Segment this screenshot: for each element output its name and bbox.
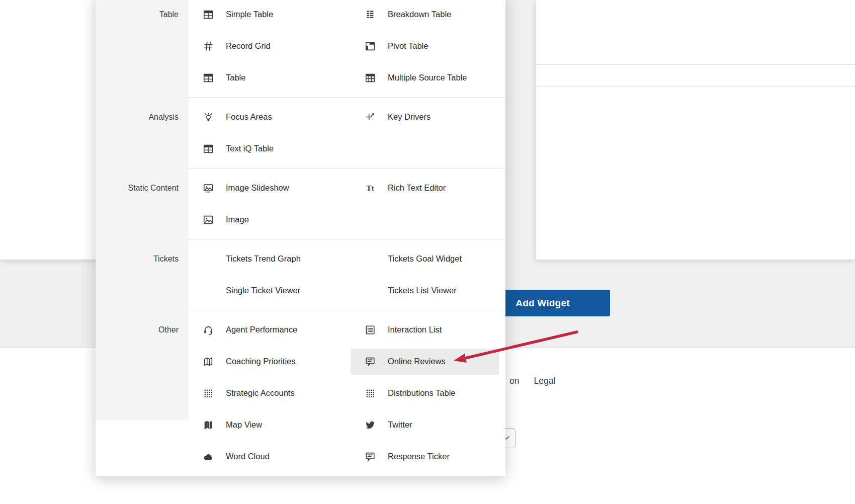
category-items: Tickets Trend GraphTickets Goal WidgetSi… (189, 239, 505, 310)
rich-text-editor-icon: Tt (365, 183, 376, 194)
svg-text:Tt: Tt (366, 184, 374, 192)
category-label-table: Table (96, 0, 189, 98)
menu-item-label: Twitter (388, 420, 412, 430)
footer-link-on[interactable]: on (509, 376, 519, 386)
map-view-icon (203, 419, 214, 431)
table-icon (203, 72, 214, 83)
key-drivers-icon (365, 112, 376, 123)
record-grid-icon (203, 41, 214, 52)
menu-section-tickets: TicketsTickets Trend GraphTickets Goal W… (96, 239, 505, 310)
menu-item-key-drivers[interactable]: Key Drivers (351, 101, 505, 133)
menu-item-label: Online Reviews (388, 357, 446, 366)
menu-item-simple-table[interactable]: Simple Table (189, 0, 351, 30)
menu-item-label: Strategic Accounts (226, 388, 295, 398)
strategic-accounts-icon (203, 388, 214, 399)
menu-item-table[interactable]: Table (189, 62, 351, 94)
menu-item-word-cloud[interactable]: Word Cloud (189, 441, 351, 472)
menu-sections: TableSimple TableBreakdown TableRecord G… (96, 0, 505, 476)
pivot-table-icon (365, 41, 376, 52)
menu-item-label: Tickets Goal Widget (388, 254, 462, 264)
menu-item-label: Focus Areas (226, 112, 272, 122)
dashboard-page: onLegal Add Widget TableSimple TableBrea… (0, 0, 855, 504)
menu-item-label: Rich Text Editor (388, 183, 446, 193)
menu-item-label: Simple Table (226, 10, 273, 19)
agent-performance-icon (203, 324, 214, 335)
multiple-source-table-icon (365, 72, 376, 83)
focus-areas-icon (203, 112, 214, 123)
menu-item-response-ticker[interactable]: Response Ticker (351, 441, 505, 472)
menu-section-analysis: AnalysisFocus AreasKey DriversText iQ Ta… (96, 98, 505, 169)
menu-item-online-reviews[interactable]: Online Reviews (351, 349, 499, 375)
menu-item-tickets-trend-graph[interactable]: Tickets Trend Graph (189, 243, 351, 275)
menu-item-breakdown-table[interactable]: Breakdown Table (351, 0, 505, 30)
menu-item-label: Record Grid (226, 41, 271, 51)
twitter-icon (365, 419, 376, 431)
no-icon (203, 254, 214, 265)
footer-link-legal[interactable]: Legal (534, 376, 555, 386)
menu-item-twitter[interactable]: Twitter (351, 409, 505, 441)
menu-item-label: Map View (226, 420, 262, 430)
background-row-divider (536, 64, 855, 65)
category-items: Simple TableBreakdown TableRecord GridPi… (189, 0, 505, 98)
menu-item-label: Image Slideshow (226, 183, 289, 193)
menu-item-label: Multiple Source Table (388, 73, 467, 82)
response-ticker-icon (365, 451, 376, 462)
menu-item-label: Single Ticket Viewer (226, 286, 300, 295)
word-cloud-icon (203, 451, 214, 462)
menu-item-tickets-goal-widget[interactable]: Tickets Goal Widget (351, 243, 505, 275)
footer-links: onLegal (509, 376, 555, 386)
no-icon (365, 285, 376, 296)
menu-item-label: Key Drivers (388, 112, 431, 122)
category-items: Image SlideshowTtRich Text EditorImage (189, 169, 505, 239)
menu-item-text-iq-table[interactable]: Text iQ Table (189, 133, 351, 164)
menu-item-agent-performance[interactable]: Agent Performance (189, 314, 351, 346)
menu-item-label: Tickets Trend Graph (226, 254, 301, 264)
breakdown-table-icon (365, 9, 376, 20)
menu-item-label: Agent Performance (226, 325, 297, 334)
menu-item-label: Distributions Table (388, 388, 456, 398)
background-panel-right (536, 0, 855, 260)
menu-item-label: Tickets List Viewer (388, 286, 457, 295)
menu-section-static-content: Static ContentImage SlideshowTtRich Text… (96, 169, 505, 239)
menu-item-record-grid[interactable]: Record Grid (189, 30, 351, 62)
menu-item-label: Word Cloud (226, 452, 270, 461)
menu-item-interaction-list[interactable]: Interaction List (351, 314, 505, 346)
menu-item-focus-areas[interactable]: Focus Areas (189, 101, 351, 133)
menu-item-pivot-table[interactable]: Pivot Table (351, 30, 505, 62)
menu-item-map-view[interactable]: Map View (189, 409, 351, 441)
menu-item-label: Pivot Table (388, 41, 428, 51)
menu-item-coaching-priorities[interactable]: Coaching Priorities (189, 346, 351, 377)
widget-picker-menu: TableSimple TableBreakdown TableRecord G… (96, 0, 505, 476)
menu-item-single-ticket-viewer[interactable]: Single Ticket Viewer (189, 275, 351, 306)
menu-item-multiple-source-table[interactable]: Multiple Source Table (351, 62, 505, 94)
menu-item-image-slideshow[interactable]: Image Slideshow (189, 172, 351, 204)
online-reviews-icon (365, 356, 376, 367)
category-label-other: Other (96, 310, 189, 476)
menu-item-rich-text-editor[interactable]: TtRich Text Editor (351, 172, 505, 204)
menu-section-other: OtherAgent PerformanceInteraction ListCo… (96, 310, 505, 476)
menu-item-distributions-table[interactable]: Distributions Table (351, 377, 505, 409)
background-row-divider (536, 87, 855, 87)
background-panel-left (0, 0, 96, 260)
menu-item-label: Image (226, 215, 249, 224)
menu-item-label: Coaching Priorities (226, 357, 295, 366)
menu-item-label: Response Ticker (388, 452, 450, 461)
menu-item-strategic-accounts[interactable]: Strategic Accounts (189, 377, 351, 409)
menu-item-tickets-list-viewer[interactable]: Tickets List Viewer (351, 275, 505, 306)
menu-item-image[interactable]: Image (189, 204, 351, 235)
menu-section-table: TableSimple TableBreakdown TableRecord G… (96, 0, 505, 98)
no-icon (203, 285, 214, 296)
simple-table-icon (203, 9, 214, 20)
distributions-table-icon (365, 388, 376, 399)
category-label-tickets: Tickets (96, 239, 189, 310)
category-label-analysis: Analysis (96, 98, 189, 169)
category-items: Focus AreasKey DriversText iQ Table (189, 98, 505, 169)
menu-item-label: Table (226, 73, 245, 82)
text-iq-table-icon (203, 143, 214, 154)
menu-item-label: Interaction List (388, 325, 442, 334)
interaction-list-icon (365, 324, 376, 335)
image-icon (203, 214, 214, 225)
category-items: Agent PerformanceInteraction ListCoachin… (189, 310, 505, 476)
menu-item-label: Text iQ Table (226, 144, 274, 153)
no-icon (365, 254, 376, 265)
